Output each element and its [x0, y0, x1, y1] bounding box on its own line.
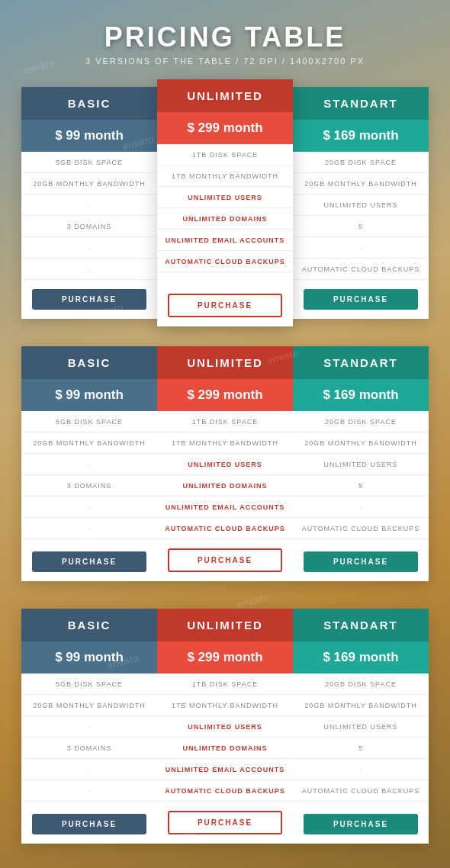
pricing-table-v1: BASIC $ 99 month 5GB DISK SPACE 20GB MON… [21, 87, 429, 319]
pricing-section-v3: BASIC $ 99 month 5GB DISK SPACE 20GB MON… [0, 601, 450, 863]
standart-feat-0-v2: 20GB DISK SPACE [293, 411, 429, 432]
basic-feat-1-v2: 20GB MONTHLY BANDWIDTH [21, 432, 157, 454]
standart-feat-0-v3: 20GB DISK SPACE [293, 674, 429, 695]
standart-header-v2: STANDART [293, 346, 429, 379]
unlimited-feat-0-v1: 1TB DISK SPACE [157, 144, 293, 166]
standart-purchase-v1[interactable]: PURCHASE [304, 289, 418, 310]
unlimited-feat-5-v2: AUTOMATIC CLOUD BACKUPS [157, 518, 293, 539]
unlimited-footer-v2: PURCHASE [157, 539, 293, 581]
unlimited-feat-0-v2: 1TB DISK SPACE [157, 411, 293, 432]
basic-price-v1: $ 99 month [21, 120, 157, 152]
unlimited-price-v2: $ 299 month [157, 379, 293, 411]
basic-feat-2-v2: - [21, 454, 157, 475]
basic-price-v3: $ 99 month [21, 641, 157, 674]
unlimited-features-v1: 1TB DISK SPACE 1TB MONTHLY BANDWIDTH UNL… [157, 144, 293, 285]
unlimited-feat-2-v2: UNLIMITED USERS [157, 454, 293, 475]
basic-feat-2-v3: - [21, 716, 157, 738]
basic-purchase-v2[interactable]: PURCHASE [32, 551, 146, 572]
unlimited-footer-v3: PURCHASE [157, 802, 293, 844]
unlimited-purchase-v3[interactable]: PURCHASE [168, 811, 282, 834]
basic-feat-1-v3: 20GB MONTHLY BANDWIDTH [21, 695, 157, 716]
standart-price-v2: $ 169 month [293, 379, 429, 411]
unlimited-feat-1-v1: 1TB MONTHLY BANDWIDTH [157, 166, 293, 187]
basic-feat-3-v3: 3 DOMAINS [21, 738, 157, 759]
standart-feat-2-v2: UNLIMITED USERS [293, 454, 429, 475]
pricing-section-v1: BASIC $ 99 month 5GB DISK SPACE 20GB MON… [0, 79, 450, 339]
unlimited-header-v3: UNLIMITED [157, 609, 293, 641]
standart-feat-1-v2: 20GB MONTHLY BANDWIDTH [293, 432, 429, 454]
col-unlimited-v1: UNLIMITED $ 299 month 1TB DISK SPACE 1TB… [157, 79, 293, 326]
unlimited-feat-3-v1: UNLIMITED DOMAINS [157, 208, 293, 230]
unlimited-feat-3-v3: UNLIMITED DOMAINS [157, 738, 293, 759]
page-subtitle: 3 VERSIONS OF THE TABLE / 72 DPI / 1400X… [0, 56, 450, 66]
basic-features-v1: 5GB DISK SPACE 20GB MONTHLY BANDWIDTH - … [21, 152, 157, 280]
standart-footer-v2: PURCHASE [293, 542, 429, 581]
standart-feat-3-v2: 5 [293, 475, 429, 497]
standart-features-v2: 20GB DISK SPACE 20GB MONTHLY BANDWIDTH U… [293, 411, 429, 542]
unlimited-header-v1: UNLIMITED [157, 79, 293, 112]
col-standart-v3: STANDART $ 169 month 20GB DISK SPACE 20G… [293, 609, 429, 844]
standart-price-v3: $ 169 month [293, 641, 429, 674]
unlimited-header-v2: UNLIMITED [157, 346, 293, 379]
basic-feat-2-v1: - [21, 194, 157, 216]
standart-feat-2-v3: UNLIMITED USERS [293, 716, 429, 738]
unlimited-feat-2-v1: UNLIMITED USERS [157, 187, 293, 208]
unlimited-feat-2-v3: UNLIMITED USERS [157, 716, 293, 738]
basic-purchase-v1[interactable]: PURCHASE [32, 289, 146, 310]
unlimited-feat-4-v2: UNLIMITED EMAIL ACCOUNTS [157, 497, 293, 518]
standart-feat-1-v3: 20GB MONTHLY BANDWIDTH [293, 695, 429, 716]
col-unlimited-v2: UNLIMITED $ 299 month 1TB DISK SPACE 1TB… [157, 346, 293, 581]
unlimited-footer-v1: PURCHASE [157, 285, 293, 326]
standart-feat-5-v1: AUTOMATIC CLOUD BACKUPS [293, 259, 429, 280]
standart-features-v3: 20GB DISK SPACE 20GB MONTHLY BANDWIDTH U… [293, 674, 429, 805]
basic-feat-5-v2: - [21, 518, 157, 539]
standart-footer-v3: PURCHASE [293, 805, 429, 844]
unlimited-purchase-v1[interactable]: PURCHASE [168, 294, 282, 317]
standart-feat-5-v3: AUTOMATIC CLOUD BACKUPS [293, 780, 429, 802]
basic-feat-4-v3: - [21, 759, 157, 780]
pricing-table-v3: BASIC $ 99 month 5GB DISK SPACE 20GB MON… [21, 609, 429, 844]
standart-feat-4-v1: - [293, 237, 429, 259]
basic-feat-1-v1: 20GB MONTHLY BANDWIDTH [21, 173, 157, 194]
basic-feat-4-v2: - [21, 497, 157, 518]
col-basic-v3: BASIC $ 99 month 5GB DISK SPACE 20GB MON… [21, 609, 157, 844]
standart-feat-5-v2: AUTOMATIC CLOUD BACKUPS [293, 518, 429, 539]
standart-feat-0-v1: 20GB DISK SPACE [293, 152, 429, 173]
unlimited-price-v1: $ 299 month [157, 112, 293, 144]
standart-price-v1: $ 169 month [293, 120, 429, 152]
unlimited-feat-1-v2: 1TB MONTHLY BANDWIDTH [157, 432, 293, 454]
standart-purchase-v3[interactable]: PURCHASE [304, 814, 418, 834]
col-basic-v1: BASIC $ 99 month 5GB DISK SPACE 20GB MON… [21, 87, 157, 319]
standart-header-v3: STANDART [293, 609, 429, 641]
standart-purchase-v2[interactable]: PURCHASE [304, 551, 418, 572]
unlimited-feat-3-v2: UNLIMITED DOMAINS [157, 475, 293, 497]
standart-header-v1: STANDART [293, 87, 429, 120]
unlimited-purchase-v2[interactable]: PURCHASE [168, 548, 282, 572]
unlimited-feat-1-v3: 1TB MONTHLY BANDWIDTH [157, 695, 293, 716]
page-title: PRICING TABLE [0, 21, 450, 53]
col-standart-v1: STANDART $ 169 month 20GB DISK SPACE 20G… [293, 87, 429, 319]
unlimited-price-v3: $ 299 month [157, 641, 293, 674]
unlimited-feat-4-v3: UNLIMITED EMAIL ACCOUNTS [157, 759, 293, 780]
standart-features-v1: 20GB DISK SPACE 20GB MONTHLY BANDWIDTH U… [293, 152, 429, 280]
pricing-section-v2: BASIC $ 99 month 5GB DISK SPACE 20GB MON… [0, 339, 450, 601]
basic-feat-3-v2: 3 DOMAINS [21, 475, 157, 497]
basic-footer-v2: PURCHASE [21, 542, 157, 581]
unlimited-features-v3: 1TB DISK SPACE 1TB MONTHLY BANDWIDTH UNL… [157, 674, 293, 802]
standart-feat-3-v1: 5 [293, 216, 429, 237]
col-unlimited-v3: UNLIMITED $ 299 month 1TB DISK SPACE 1TB… [157, 609, 293, 844]
basic-footer-v1: PURCHASE [21, 280, 157, 319]
basic-features-v2: 5GB DISK SPACE 20GB MONTHLY BANDWIDTH - … [21, 411, 157, 542]
basic-footer-v3: PURCHASE [21, 805, 157, 844]
unlimited-feat-4-v1: UNLIMITED EMAIL ACCOUNTS [157, 230, 293, 251]
standart-feat-2-v1: UNLIMITED USERS [293, 194, 429, 216]
pricing-table-v2: BASIC $ 99 month 5GB DISK SPACE 20GB MON… [21, 346, 429, 581]
standart-feat-1-v1: 20GB MONTHLY BANDWIDTH [293, 173, 429, 194]
basic-purchase-v3[interactable]: PURCHASE [32, 814, 146, 834]
basic-features-v3: 5GB DISK SPACE 20GB MONTHLY BANDWIDTH - … [21, 674, 157, 805]
basic-feat-0-v2: 5GB DISK SPACE [21, 411, 157, 432]
standart-feat-4-v3: - [293, 759, 429, 780]
unlimited-features-v2: 1TB DISK SPACE 1TB MONTHLY BANDWIDTH UNL… [157, 411, 293, 539]
basic-feat-5-v1: - [21, 259, 157, 280]
basic-header-v2: BASIC [21, 346, 157, 379]
